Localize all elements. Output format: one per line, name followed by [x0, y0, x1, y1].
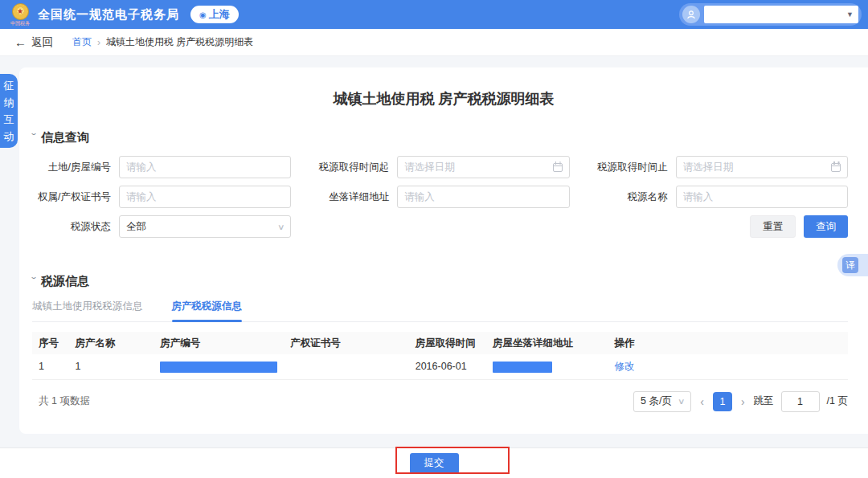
query-actions: 重置 查询	[589, 215, 848, 238]
field-address: 坐落详细地址	[310, 186, 569, 208]
user-dropdown-caret-icon[interactable]: ▼	[846, 10, 854, 18]
source-status-value: 全部	[126, 220, 278, 234]
source-name-label: 税源名称	[589, 190, 676, 204]
field-cert-no: 权属/产权证书号	[32, 186, 291, 208]
cell-address	[486, 354, 608, 379]
edit-link[interactable]: 修改	[614, 361, 634, 372]
location-selector[interactable]: ◉ 上海	[190, 6, 239, 23]
footer-bar: 提交	[0, 447, 868, 478]
tax-bureau-logo: ★ 中国税务	[10, 3, 30, 26]
cell-cert-no	[284, 354, 409, 379]
breadcrumb-home-link[interactable]: 首页	[72, 35, 92, 49]
search-button[interactable]: 查询	[804, 215, 848, 238]
table-header-row: 序号 房产名称 房产编号 产权证书号 房屋取得时间 房屋坐落详细地址 操作	[32, 332, 848, 354]
national-emblem-icon: ★	[12, 3, 29, 20]
query-section-title: 信息查询	[41, 130, 89, 145]
query-section: ˇ 信息查询 土地/房屋编号 税源取得时间起	[19, 130, 868, 238]
table-row: 1 1 2016-06-01 修改	[32, 354, 848, 379]
location-pin-icon: ◉	[199, 10, 207, 19]
col-property-name: 房产名称	[69, 332, 154, 354]
col-property-no: 房产编号	[154, 332, 284, 354]
col-acquired-date: 房屋取得时间	[409, 332, 486, 354]
breadcrumb-bar: ← 返回 首页 › 城镇土地使用税 房产税税源明细表	[0, 29, 868, 56]
land-house-no-label: 土地/房屋编号	[32, 161, 119, 174]
total-pages-label: /1 页	[827, 394, 848, 408]
submit-button[interactable]: 提交	[410, 453, 459, 474]
grid-spacer	[310, 215, 569, 238]
source-name-input[interactable]	[683, 191, 841, 202]
next-page-button[interactable]: ›	[739, 395, 747, 408]
main-card: 城镇土地使用税 房产税税源明细表 ˇ 信息查询 土地/房屋编号 税源取得时间起	[19, 67, 868, 434]
source-tabs: 城镇土地使用税税源信息 房产税税源信息	[32, 300, 848, 322]
collapse-caret-icon: ˇ	[31, 133, 36, 144]
app-title: 全国统一规范电子税务局	[38, 7, 179, 22]
source-section-title: 税源信息	[41, 274, 89, 289]
cert-no-input-wrap	[119, 186, 291, 208]
address-label: 坐落详细地址	[310, 190, 397, 204]
cell-acquired-date: 2016-06-01	[409, 354, 486, 379]
jump-to-label: 跳至	[754, 394, 774, 408]
content-background: 征纳互动 城镇土地使用税 房产税税源明细表 ˇ 信息查询 土地/房屋编号 税源取…	[0, 56, 868, 478]
land-house-no-input-wrap	[119, 156, 291, 178]
acquire-start-datepicker[interactable]	[397, 156, 569, 178]
field-source-status: 税源状态 全部 ∨	[32, 215, 291, 238]
field-source-name: 税源名称	[589, 186, 848, 208]
breadcrumb-separator-icon: ›	[97, 37, 100, 48]
acquire-end-label: 税源取得时间止	[589, 161, 676, 174]
pagination-controls: 5 条/页 ∨ ‹ 1 › 跳至 /1 页	[633, 391, 848, 412]
user-account-input[interactable]	[709, 9, 843, 20]
address-input[interactable]	[404, 191, 562, 202]
reset-button[interactable]: 重置	[750, 215, 796, 238]
redaction-bar	[493, 362, 552, 373]
cell-property-no	[154, 354, 284, 379]
col-cert-no: 产权证书号	[284, 332, 409, 354]
breadcrumb-current: 城镇土地使用税 房产税税源明细表	[106, 35, 253, 49]
cell-property-name: 1	[69, 354, 154, 379]
land-house-no-input[interactable]	[126, 161, 284, 173]
acquire-end-input[interactable]	[683, 161, 831, 173]
back-label: 返回	[31, 35, 53, 50]
chevron-down-icon: ∨	[277, 223, 285, 231]
query-form: 土地/房屋编号 税源取得时间起 税源取得时间止	[32, 156, 848, 238]
cert-no-input[interactable]	[126, 191, 284, 202]
location-label: 上海	[209, 7, 230, 22]
sidebar-tab-interaction[interactable]: 征纳互动	[0, 74, 18, 148]
page-size-select[interactable]: 5 条/页 ∨	[633, 391, 691, 412]
calendar-icon	[553, 163, 563, 172]
translate-fab[interactable]: 译	[837, 254, 868, 276]
property-tax-table: 序号 房产名称 房产编号 产权证书号 房屋取得时间 房屋坐落详细地址 操作 1 …	[32, 332, 848, 380]
logo-caption: 中国税务	[10, 21, 30, 26]
source-section-header[interactable]: ˇ 税源信息	[32, 274, 848, 289]
source-info-section: ˇ 税源信息 城镇土地使用税税源信息 房产税税源信息 序号 房产名称 房产编号	[19, 274, 868, 412]
user-account-widget: ▼	[679, 3, 862, 26]
query-section-header[interactable]: ˇ 信息查询	[32, 130, 848, 145]
jump-to-page-input[interactable]	[781, 391, 820, 412]
pagination: 共 1 项数据 5 条/页 ∨ ‹ 1 › 跳至 /1 页	[32, 391, 848, 412]
source-status-select[interactable]: 全部 ∨	[119, 215, 291, 238]
tab-property-tax[interactable]: 房产税税源信息	[172, 300, 243, 321]
back-button[interactable]: ← 返回	[14, 35, 53, 50]
page-title: 城镇土地使用税 房产税税源明细表	[19, 67, 868, 108]
cert-no-label: 权属/产权证书号	[32, 190, 119, 204]
field-acquire-end: 税源取得时间止	[589, 156, 848, 178]
back-arrow-icon: ←	[14, 35, 27, 49]
field-land-house-no: 土地/房屋编号	[32, 156, 291, 178]
acquire-start-input[interactable]	[404, 161, 552, 173]
chevron-down-icon: ∨	[678, 397, 686, 406]
col-actions: 操作	[608, 332, 848, 354]
acquire-start-label: 税源取得时间起	[310, 161, 397, 174]
redaction-bar	[160, 362, 277, 373]
user-account-box: ▼	[704, 6, 858, 23]
address-input-wrap	[397, 186, 569, 208]
current-page-button[interactable]: 1	[713, 392, 732, 411]
breadcrumb: 首页 › 城镇土地使用税 房产税税源明细表	[72, 35, 253, 49]
user-avatar-icon	[682, 6, 700, 23]
field-acquire-start: 税源取得时间起	[310, 156, 569, 178]
translate-icon: 译	[842, 257, 858, 273]
prev-page-button[interactable]: ‹	[698, 395, 706, 408]
cell-seq: 1	[32, 354, 69, 379]
tab-land-use-tax[interactable]: 城镇土地使用税税源信息	[32, 300, 143, 321]
acquire-end-datepicker[interactable]	[676, 156, 848, 178]
collapse-caret-icon: ˇ	[31, 276, 36, 288]
source-name-input-wrap	[676, 186, 848, 208]
